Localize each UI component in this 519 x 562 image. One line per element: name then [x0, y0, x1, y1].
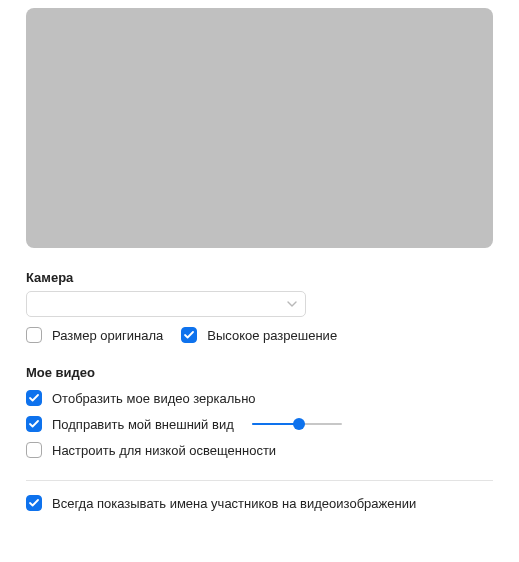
hd-label: Высокое разрешение [207, 328, 337, 343]
touch-up-checkbox[interactable]: Подправить мой внешний вид [26, 416, 234, 432]
checkbox-icon [26, 416, 42, 432]
chevron-down-icon [287, 301, 297, 307]
camera-select[interactable] [26, 291, 306, 317]
always-show-names-checkbox[interactable]: Всегда показывать имена участников на ви… [26, 495, 416, 511]
slider-fill [252, 423, 299, 425]
video-preview [26, 8, 493, 248]
touch-up-slider[interactable] [252, 417, 342, 431]
original-size-label: Размер оригинала [52, 328, 163, 343]
always-show-names-label: Всегда показывать имена участников на ви… [52, 496, 416, 511]
touch-up-label: Подправить мой внешний вид [52, 417, 234, 432]
my-video-section-label: Мое видео [26, 365, 493, 380]
mirror-video-checkbox[interactable]: Отобразить мое видео зеркально [26, 390, 256, 406]
slider-thumb [293, 418, 305, 430]
original-size-checkbox[interactable]: Размер оригинала [26, 327, 163, 343]
low-light-checkbox[interactable]: Настроить для низкой освещенности [26, 442, 276, 458]
checkbox-icon [181, 327, 197, 343]
checkbox-icon [26, 442, 42, 458]
checkbox-icon [26, 495, 42, 511]
checkbox-icon [26, 390, 42, 406]
checkbox-icon [26, 327, 42, 343]
section-divider [26, 480, 493, 481]
low-light-label: Настроить для низкой освещенности [52, 443, 276, 458]
hd-checkbox[interactable]: Высокое разрешение [181, 327, 337, 343]
mirror-video-label: Отобразить мое видео зеркально [52, 391, 256, 406]
camera-section-label: Камера [26, 270, 493, 285]
